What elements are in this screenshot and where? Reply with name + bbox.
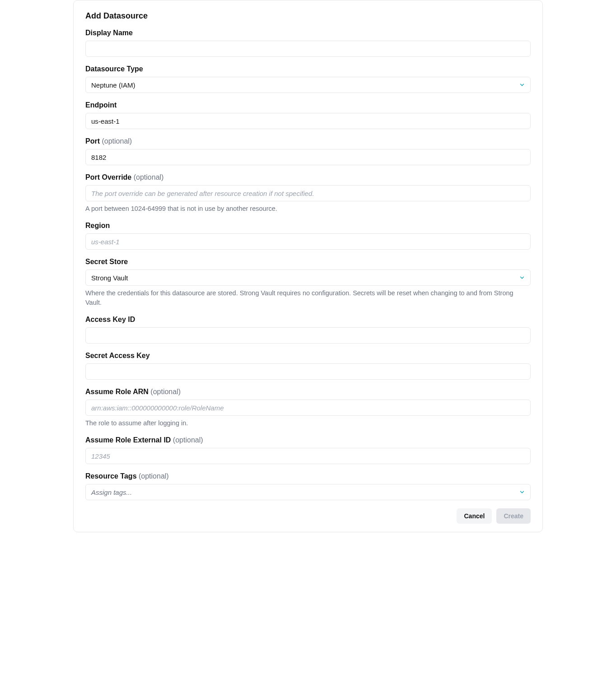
assume-role-external-id-label: Assume Role External ID bbox=[85, 436, 171, 444]
field-assume-role-external-id: Assume Role External ID (optional) bbox=[85, 436, 531, 464]
assume-role-arn-label-row: Assume Role ARN (optional) bbox=[85, 388, 531, 396]
assume-role-external-id-input[interactable] bbox=[85, 448, 531, 464]
secret-store-help: Where the credentials for this datasourc… bbox=[85, 288, 531, 307]
resource-tags-placeholder: Assign tags... bbox=[91, 488, 132, 496]
assume-role-external-id-optional: (optional) bbox=[173, 436, 203, 444]
resource-tags-optional: (optional) bbox=[139, 472, 169, 480]
add-datasource-panel: Add Datasource Display Name Datasource T… bbox=[73, 0, 543, 532]
secret-access-key-label: Secret Access Key bbox=[85, 352, 531, 360]
field-endpoint: Endpoint bbox=[85, 101, 531, 129]
create-button[interactable]: Create bbox=[496, 508, 531, 524]
field-access-key-id: Access Key ID bbox=[85, 316, 531, 344]
datasource-type-select[interactable]: Neptune (IAM) bbox=[85, 77, 531, 93]
resource-tags-label: Resource Tags bbox=[85, 472, 137, 480]
port-override-label-row: Port Override (optional) bbox=[85, 173, 531, 181]
access-key-id-input[interactable] bbox=[85, 327, 531, 344]
panel-title: Add Datasource bbox=[85, 11, 531, 21]
action-bar: Cancel Create bbox=[85, 508, 531, 524]
endpoint-input[interactable] bbox=[85, 113, 531, 129]
port-override-help: A port between 1024-64999 that is not in… bbox=[85, 204, 531, 214]
field-secret-store: Secret Store Strong Vault Where the cred… bbox=[85, 258, 531, 307]
endpoint-label: Endpoint bbox=[85, 101, 531, 109]
field-display-name: Display Name bbox=[85, 29, 531, 57]
resource-tags-select[interactable]: Assign tags... bbox=[85, 484, 531, 500]
cancel-button[interactable]: Cancel bbox=[457, 508, 492, 524]
assume-role-arn-optional: (optional) bbox=[150, 388, 181, 395]
field-assume-role-arn: Assume Role ARN (optional) The role to a… bbox=[85, 388, 531, 428]
field-region: Region bbox=[85, 222, 531, 250]
field-resource-tags: Resource Tags (optional) Assign tags... bbox=[85, 472, 531, 500]
display-name-label: Display Name bbox=[85, 29, 531, 37]
field-datasource-type: Datasource Type Neptune (IAM) bbox=[85, 65, 531, 93]
display-name-input[interactable] bbox=[85, 41, 531, 57]
field-secret-access-key: Secret Access Key bbox=[85, 352, 531, 380]
secret-access-key-input[interactable] bbox=[85, 363, 531, 380]
access-key-id-label: Access Key ID bbox=[85, 316, 531, 324]
port-optional: (optional) bbox=[102, 137, 132, 145]
secret-store-label: Secret Store bbox=[85, 258, 531, 266]
field-port-override: Port Override (optional) A port between … bbox=[85, 173, 531, 214]
region-input[interactable] bbox=[85, 233, 531, 250]
port-override-label: Port Override bbox=[85, 173, 131, 181]
assume-role-external-id-label-row: Assume Role External ID (optional) bbox=[85, 436, 531, 444]
port-label-row: Port (optional) bbox=[85, 137, 531, 145]
secret-store-value: Strong Vault bbox=[91, 274, 128, 282]
resource-tags-label-row: Resource Tags (optional) bbox=[85, 472, 531, 480]
assume-role-arn-help: The role to assume after logging in. bbox=[85, 419, 531, 428]
port-override-input[interactable] bbox=[85, 185, 531, 201]
datasource-type-value: Neptune (IAM) bbox=[91, 81, 135, 89]
datasource-type-label: Datasource Type bbox=[85, 65, 531, 73]
secret-store-select[interactable]: Strong Vault bbox=[85, 270, 531, 286]
port-override-optional: (optional) bbox=[134, 173, 164, 181]
assume-role-arn-input[interactable] bbox=[85, 400, 531, 416]
field-port: Port (optional) bbox=[85, 137, 531, 165]
port-label: Port bbox=[85, 137, 100, 145]
assume-role-arn-label: Assume Role ARN bbox=[85, 388, 149, 395]
port-input[interactable] bbox=[85, 149, 531, 165]
region-label: Region bbox=[85, 222, 531, 230]
